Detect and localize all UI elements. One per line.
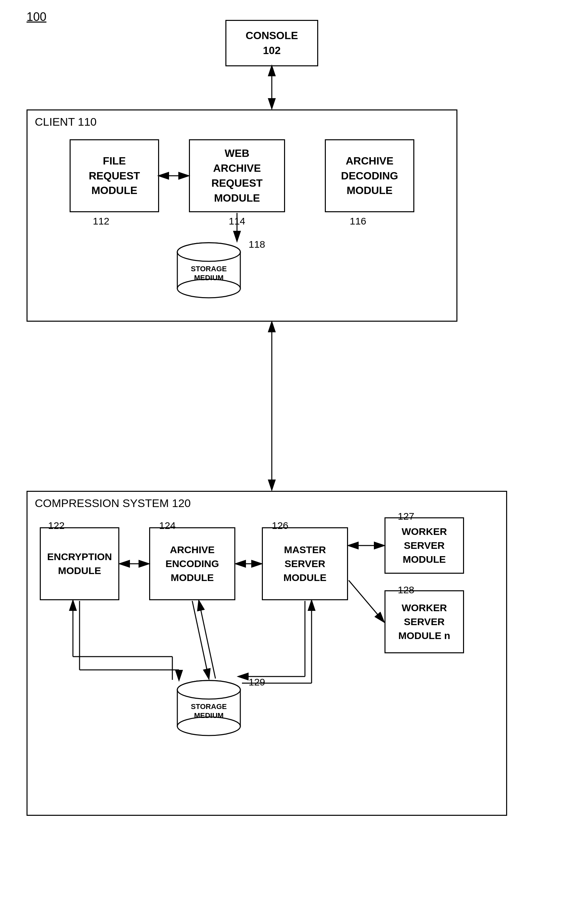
storage-medium-client-cylinder: STORAGE MEDIUM — [176, 242, 242, 298]
svg-point-2 — [178, 279, 240, 298]
svg-text:MEDIUM: MEDIUM — [194, 711, 223, 719]
worker-server-128-ref: 128 — [398, 584, 414, 595]
archive-encoding-module-box: ARCHIVEENCODINGMODULE — [149, 527, 235, 600]
encryption-module-box: ENCRYPTIONMODULE — [40, 527, 119, 600]
worker-server-127-ref: 127 — [398, 511, 414, 522]
encryption-label: ENCRYPTIONMODULE — [47, 550, 112, 578]
file-request-label: FILEREQUESTMODULE — [89, 154, 140, 198]
master-server-module-box: MASTERSERVERMODULE — [262, 527, 348, 600]
archive-decoding-ref: 116 — [350, 216, 366, 227]
archive-decoding-module-box: ARCHIVEDECODINGMODULE — [325, 139, 414, 212]
svg-point-9 — [178, 681, 240, 699]
file-request-ref: 112 — [93, 216, 109, 227]
figure-number: 100 — [27, 10, 46, 24]
diagram-container: 100 CONSOLE 102 CLIENT 110 FILEREQUESTMO… — [0, 0, 588, 905]
worker-server-127-label: WORKERSERVERMODULE — [402, 525, 447, 567]
master-server-ref: 126 — [272, 520, 288, 531]
svg-text:MEDIUM: MEDIUM — [194, 273, 223, 282]
web-archive-ref: 114 — [229, 216, 245, 227]
console-label: CONSOLE — [246, 28, 298, 43]
archive-decoding-label: ARCHIVEDECODINGMODULE — [341, 154, 398, 198]
archive-encoding-ref: 124 — [159, 520, 176, 531]
storage-medium-client-ref: 118 — [249, 239, 265, 250]
console-ref: 102 — [263, 43, 281, 58]
svg-point-8 — [178, 717, 240, 735]
svg-text:STORAGE: STORAGE — [191, 265, 227, 273]
console-box: CONSOLE 102 — [225, 20, 318, 66]
web-archive-label: WEBARCHIVEREQUESTMODULE — [211, 146, 263, 205]
compression-system-label: COMPRESSION SYSTEM 120 — [35, 497, 190, 510]
master-server-label: MASTERSERVERMODULE — [284, 543, 326, 585]
archive-encoding-label: ARCHIVEENCODINGMODULE — [165, 543, 219, 585]
worker-server-128-box: WORKERSERVERMODULE n — [385, 590, 464, 653]
worker-server-128-label: WORKERSERVERMODULE n — [398, 601, 450, 643]
worker-server-127-box: WORKERSERVERMODULE — [385, 517, 464, 574]
storage-medium-compression-ref: 129 — [249, 676, 265, 688]
svg-point-3 — [178, 243, 240, 261]
web-archive-request-module-box: WEBARCHIVEREQUESTMODULE — [189, 139, 285, 212]
svg-text:STORAGE: STORAGE — [191, 702, 227, 711]
file-request-module-box: FILEREQUESTMODULE — [70, 139, 159, 212]
storage-medium-compression-cylinder: STORAGE MEDIUM — [176, 680, 242, 736]
encryption-ref: 122 — [48, 520, 65, 531]
client-label: CLIENT 110 — [35, 115, 97, 129]
